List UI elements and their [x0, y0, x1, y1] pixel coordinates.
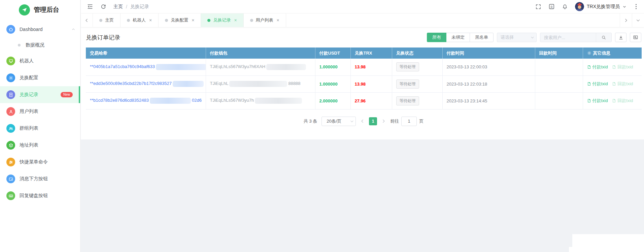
tx-hash-link[interactable]: **edd3e500c69e35cbd22b7b17f2c983527 — [90, 81, 205, 86]
breadcrumb-home[interactable]: 主页 — [113, 4, 123, 10]
toolbar: 所有未绑定黑名单 请选择 — [427, 33, 641, 42]
sidebar-item[interactable]: 用户列表 — [0, 103, 80, 120]
sidebar-item-label: 用户列表 — [20, 108, 38, 115]
page-size-select[interactable]: 20条/页 — [321, 117, 356, 126]
sidebar-item-label: Dashboard — [20, 27, 43, 32]
table-header-row: 交易哈希付款钱包付款USDT兑换TRX兑换状态付款时间回款时间其它信息 — [86, 48, 642, 59]
goto-label: 前往 — [390, 118, 399, 124]
sidebar-item[interactable]: 消息下方按钮 — [0, 170, 80, 187]
wallet-cell: TJiEqLhLs567W3yu7h — [206, 92, 315, 109]
tabs-more-icon[interactable] — [632, 13, 644, 27]
goto-page-input[interactable] — [401, 117, 417, 126]
search-icon[interactable] — [596, 33, 611, 42]
trx-amount: 13.98 — [350, 75, 392, 92]
table-row: **edd3e500c69e35cbd22b7b17f2c983527 TJiE… — [86, 75, 642, 92]
filter-segment-button[interactable]: 未绑定 — [446, 33, 470, 42]
sliders-icon — [6, 158, 15, 166]
tab-label: 主页 — [105, 17, 114, 23]
corner-overlay — [569, 247, 572, 252]
sidebar-item[interactable]: 地址列表 — [0, 137, 80, 154]
tab[interactable]: 用户列表 × — [244, 13, 286, 27]
redaction-blur — [173, 81, 204, 87]
new-badge: New — [61, 92, 73, 97]
sidebar-item[interactable]: Dashboard — [0, 21, 80, 38]
tab[interactable]: 兑换记录 × — [201, 13, 243, 27]
tab-label: 兑换记录 — [213, 17, 231, 23]
tab[interactable]: 主页 — [93, 13, 121, 27]
button-card-icon — [6, 175, 15, 183]
tx-hash-link[interactable]: **0405b1a7a51cba760c94baf633 — [90, 64, 206, 69]
sidebar-item[interactable]: 机器人 — [0, 53, 80, 69]
redaction-blur — [229, 81, 287, 87]
breadcrumb: 主页 / 兑换记录 — [113, 4, 149, 10]
trx-amount: 13.98 — [350, 59, 392, 75]
current-page[interactable]: 1 — [369, 117, 377, 125]
more-menu-icon[interactable] — [634, 3, 639, 10]
back-time — [535, 59, 583, 75]
close-icon[interactable]: × — [192, 18, 194, 23]
column-header: 其它信息 — [583, 48, 642, 59]
tab-dot-icon — [127, 19, 130, 22]
sidebar-item[interactable]: 快捷菜单命令 — [0, 154, 80, 170]
menu-fold-icon[interactable] — [87, 3, 93, 10]
svg-text:文: 文 — [550, 5, 553, 8]
sidebar-item[interactable]: 群组列表 — [0, 120, 80, 137]
filter-segmented-group: 所有未绑定黑名单 — [427, 33, 494, 42]
filter-select[interactable]: 请选择 — [497, 33, 537, 42]
filter-select-placeholder: 请选择 — [501, 34, 514, 40]
table-row: **0405b1a7a51cba760c94baf633 TJiEqLhLs56… — [86, 59, 642, 75]
search-input[interactable] — [540, 33, 596, 42]
pay-txid-link[interactable]: 付款txid — [587, 98, 608, 104]
sidebar-item[interactable]: 回复键盘按钮 — [0, 187, 80, 204]
breadcrumb-current: 兑换记录 — [130, 4, 149, 10]
table-row: **b1cd78b2e876d6cd835248302d6 TJiEqLhLs5… — [86, 92, 642, 109]
back-txid-link[interactable]: 回款txid — [612, 98, 633, 104]
language-icon[interactable]: 文 — [548, 3, 555, 10]
app-title: 管理后台 — [34, 5, 59, 14]
page-size-value: 20条/页 — [327, 118, 341, 124]
status-tag: 等待处理 — [396, 96, 419, 105]
column-header: 付款时间 — [442, 48, 535, 59]
pagination: 共 3 条 20条/页 1 前往 页 — [86, 117, 641, 126]
chevron-down-icon — [350, 119, 353, 122]
tab[interactable]: 兑换配置 × — [159, 13, 201, 27]
list-icon — [6, 90, 15, 99]
dot-icon — [18, 44, 21, 46]
sidebar-item-label: 机器人 — [20, 58, 34, 64]
back-txid-link[interactable]: 回款txid — [612, 64, 633, 70]
chevron-down-icon — [531, 35, 534, 38]
tab-dot-icon — [165, 19, 168, 22]
column-header: 兑换TRX — [350, 48, 392, 59]
filter-segment-button[interactable]: 黑名单 — [470, 33, 494, 42]
tabs-scroll-right-icon[interactable] — [620, 13, 632, 27]
pay-time: 2023-03-13 22:00:03 — [442, 59, 535, 75]
tab[interactable]: 机器人 × — [121, 13, 159, 27]
column-header: 交易哈希 — [86, 48, 206, 59]
pay-txid-link[interactable]: 付款txid — [587, 81, 608, 87]
pay-txid-link[interactable]: 付款txid — [587, 64, 608, 70]
export-preview-button[interactable] — [630, 33, 641, 42]
wallet-cell: TJiEqLhLs567W3yu7h6XAH — [206, 59, 315, 75]
tx-hash-link[interactable]: **b1cd78b2e876d6cd835248302d6 — [90, 98, 202, 103]
robot-icon — [6, 57, 15, 65]
fullscreen-icon[interactable] — [535, 4, 541, 10]
bell-icon[interactable] — [562, 4, 568, 10]
user-menu[interactable]: TRX兑换管理员 — [575, 2, 626, 11]
column-header: 回款时间 — [535, 48, 583, 59]
redaction-blur — [255, 98, 302, 104]
sidebar-subitem[interactable]: 数据概况 — [0, 38, 80, 53]
close-icon[interactable]: × — [149, 18, 152, 23]
back-txid-link[interactable]: 回款txid — [612, 81, 633, 87]
prev-page-icon[interactable] — [360, 119, 365, 123]
close-icon[interactable]: × — [277, 18, 279, 23]
sidebar-item[interactable]: 兑换配置 — [0, 69, 80, 86]
back-time — [535, 92, 583, 109]
download-button[interactable] — [615, 33, 626, 42]
close-icon[interactable]: × — [234, 18, 237, 23]
pay-time: 2023-03-13 22:03:18 — [442, 75, 535, 92]
sidebar-item[interactable]: 兑换记录New — [0, 86, 80, 103]
filter-segment-button[interactable]: 所有 — [427, 33, 446, 42]
refresh-icon[interactable] — [100, 4, 106, 10]
tabs-scroll-left-icon[interactable] — [81, 13, 93, 27]
next-page-icon[interactable] — [381, 119, 386, 123]
